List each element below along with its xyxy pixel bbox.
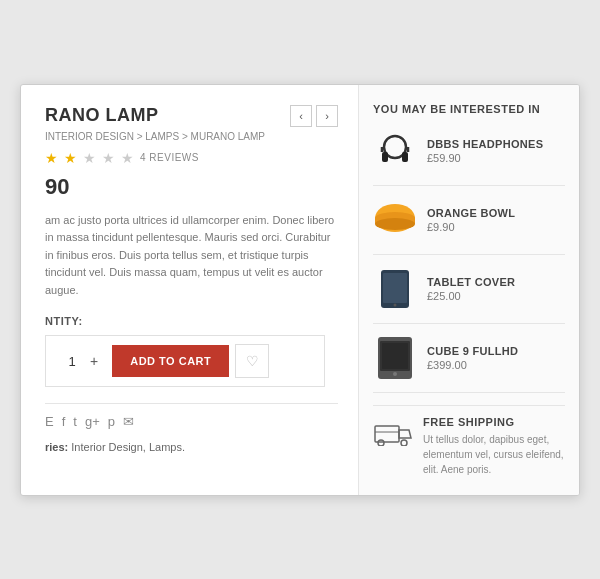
truck-icon	[373, 418, 413, 446]
svg-point-15	[393, 372, 397, 376]
share-label: E	[45, 414, 54, 429]
quantity-increment-button[interactable]: +	[86, 353, 102, 369]
categories-value: Interior Design, Lamps.	[71, 441, 185, 453]
svg-point-11	[394, 303, 397, 306]
product-price-tablet: £25.00	[427, 290, 515, 302]
shipping-description: Ut tellus dolor, dapibus eget, elementum…	[423, 432, 565, 477]
shipping-truck-icon	[373, 418, 413, 452]
list-item[interactable]: TABLET COVER £25.00	[373, 267, 565, 324]
nav-arrows: ‹ ›	[290, 105, 338, 127]
product-page: RANO LAMP ‹ › INTERIOR DESIGN > LAMPS > …	[20, 84, 580, 496]
left-panel: RANO LAMP ‹ › INTERIOR DESIGN > LAMPS > …	[21, 85, 359, 495]
product-info-headphones: DBBS HEADPHONES £59.90	[427, 138, 543, 164]
product-thumbnail-cube	[373, 336, 417, 380]
star-5: ★	[121, 150, 134, 166]
product-name-headphones: DBBS HEADPHONES	[427, 138, 543, 150]
star-4: ★	[102, 150, 115, 166]
svg-marker-17	[399, 430, 411, 438]
breadcrumb: INTERIOR DESIGN > LAMPS > MURANO LAMP	[45, 131, 338, 142]
shipping-info: FREE SHIPPING Ut tellus dolor, dapibus e…	[423, 416, 565, 477]
product-price-cube: £399.00	[427, 359, 518, 371]
product-thumbnail-headphones	[373, 129, 417, 173]
product-info-tablet: TABLET COVER £25.00	[427, 276, 515, 302]
quantity-label: NTITY:	[45, 315, 338, 327]
list-item[interactable]: DBBS HEADPHONES £59.90	[373, 129, 565, 186]
categories-label: ries:	[45, 441, 68, 453]
reviews-count: 4 REVIEWS	[140, 152, 199, 163]
product-name-cube: CUBE 9 FULLHD	[427, 345, 518, 357]
right-panel: YOU MAY BE INTERESTED IN DBBS HEADPHONES…	[359, 85, 579, 495]
star-1: ★	[45, 150, 58, 166]
product-price-headphones: £59.90	[427, 152, 543, 164]
twitter-icon[interactable]: t	[73, 414, 77, 429]
product-description: am ac justo porta ultrices id ullamcorpe…	[45, 212, 338, 300]
svg-point-18	[378, 440, 384, 446]
title-row: RANO LAMP ‹ ›	[45, 105, 338, 127]
quantity-row: + ADD TO CART ♡	[45, 335, 325, 387]
email-icon[interactable]: ✉	[123, 414, 134, 429]
bowl-icon	[373, 204, 417, 236]
product-info-bowl: ORANGE BOWL £9.90	[427, 207, 515, 233]
list-item[interactable]: CUBE 9 FULLHD £399.00	[373, 336, 565, 393]
svg-point-8	[375, 218, 415, 230]
facebook-icon[interactable]: f	[62, 414, 66, 429]
stars-row: ★ ★ ★ ★ ★ 4 REVIEWS	[45, 150, 338, 166]
svg-point-19	[401, 440, 407, 446]
categories-row: ries: Interior Design, Lamps.	[45, 441, 338, 453]
shipping-title: FREE SHIPPING	[423, 416, 565, 428]
product-thumbnail-bowl	[373, 198, 417, 242]
product-thumbnail-tablet	[373, 267, 417, 311]
nav-next-button[interactable]: ›	[316, 105, 338, 127]
product-info-cube: CUBE 9 FULLHD £399.00	[427, 345, 518, 371]
product-price-bowl: £9.90	[427, 221, 515, 233]
nav-prev-button[interactable]: ‹	[290, 105, 312, 127]
svg-rect-1	[382, 152, 388, 162]
star-2: ★	[64, 150, 77, 166]
list-item[interactable]: ORANGE BOWL £9.90	[373, 198, 565, 255]
add-to-cart-button[interactable]: ADD TO CART	[112, 345, 229, 377]
product-name-bowl: ORANGE BOWL	[427, 207, 515, 219]
product-price: 90	[45, 174, 338, 200]
divider-1	[45, 403, 338, 404]
wishlist-button[interactable]: ♡	[235, 344, 269, 378]
quantity-input[interactable]	[58, 354, 86, 369]
googleplus-icon[interactable]: g+	[85, 414, 100, 429]
cube9-icon	[377, 336, 413, 380]
svg-rect-16	[375, 426, 399, 442]
share-row: E f t g+ p ✉	[45, 414, 338, 429]
svg-rect-10	[383, 273, 407, 303]
headphones-icon	[375, 131, 415, 171]
sidebar-title: YOU MAY BE INTERESTED IN	[373, 103, 565, 115]
product-name-tablet: TABLET COVER	[427, 276, 515, 288]
tablet-cover-icon	[380, 269, 410, 309]
star-3: ★	[83, 150, 96, 166]
shipping-row: FREE SHIPPING Ut tellus dolor, dapibus e…	[373, 416, 565, 477]
svg-rect-2	[402, 152, 408, 162]
svg-rect-14	[382, 343, 408, 369]
product-title: RANO LAMP	[45, 105, 159, 126]
pinterest-icon[interactable]: p	[108, 414, 115, 429]
shipping-section: FREE SHIPPING Ut tellus dolor, dapibus e…	[373, 405, 565, 477]
